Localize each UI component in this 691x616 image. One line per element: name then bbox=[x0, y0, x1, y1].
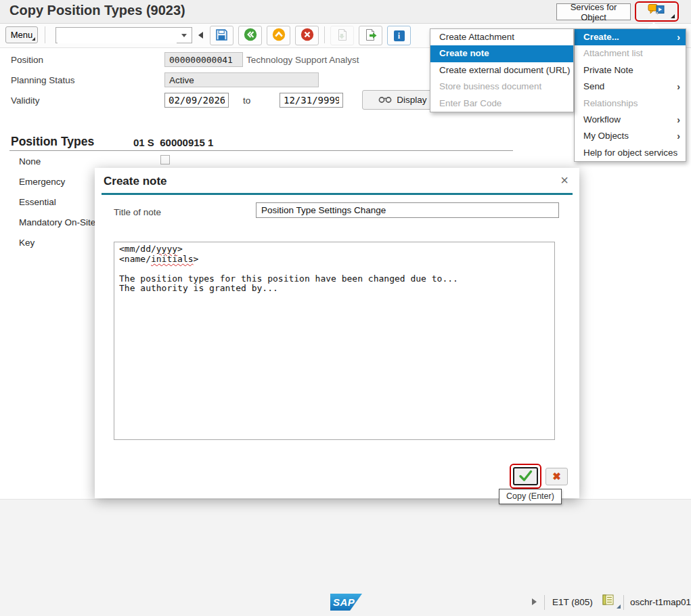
statusbar-host: oschr-t1map01 bbox=[630, 597, 691, 607]
services-for-object-button[interactable]: Services for Object bbox=[556, 3, 631, 20]
statusbar-expand-arrow-icon[interactable] bbox=[532, 598, 537, 605]
session-list-icon[interactable] bbox=[602, 594, 615, 609]
valid-to-input[interactable] bbox=[280, 93, 343, 108]
menu-item-help-for-object-services[interactable]: Help for object services bbox=[575, 145, 686, 161]
gos-services-menu: Create...›Attachment listPrivate NoteSen… bbox=[574, 28, 686, 162]
menu-item-attachment-list: Attachment list bbox=[575, 45, 686, 62]
menu-button-label: Menu bbox=[11, 30, 33, 40]
submenu-arrow-icon: › bbox=[677, 29, 680, 45]
export-icon bbox=[364, 28, 378, 43]
position-object-key: 01 S 60000915 1 bbox=[133, 137, 213, 148]
submenu-item-create-external-document-url[interactable]: Create external document (URL) bbox=[430, 62, 573, 79]
back-icon bbox=[244, 28, 257, 43]
position-type-checkbox-none[interactable] bbox=[160, 155, 170, 164]
print-button bbox=[330, 26, 354, 45]
services-for-object-icon bbox=[648, 3, 666, 20]
submenu-arrow-icon: › bbox=[677, 79, 680, 95]
menu-item-workflow[interactable]: Workflow› bbox=[575, 112, 686, 128]
menu-item-label: Create Attachment bbox=[439, 32, 514, 42]
planning-status-field: Active bbox=[164, 72, 319, 87]
submenu-item-create-note[interactable]: Create note bbox=[430, 45, 573, 62]
save-icon bbox=[215, 28, 228, 43]
chevron-down-icon[interactable] bbox=[181, 34, 187, 37]
menu-corner-triangle-icon bbox=[671, 14, 675, 18]
validity-label: Validity bbox=[11, 95, 40, 106]
page-title: Copy Position Types (9023) bbox=[9, 3, 185, 18]
save-button[interactable] bbox=[210, 26, 233, 45]
gos-create-submenu: Create AttachmentCreate noteCreate exter… bbox=[430, 28, 574, 112]
command-history-arrow-icon[interactable] bbox=[198, 32, 203, 39]
note-title-input[interactable] bbox=[256, 202, 559, 218]
position-type-label-essential: Essential bbox=[19, 197, 56, 207]
toolbar-separator bbox=[45, 26, 45, 43]
confirm-button-highlight-ring bbox=[510, 464, 541, 489]
menu-item-label: Create external document (URL) bbox=[439, 65, 571, 75]
submenu-item-store-business-document: Store business document bbox=[430, 79, 573, 95]
checkmark-icon bbox=[518, 469, 533, 484]
dialog-title-rule bbox=[102, 193, 573, 195]
statusbar-separator bbox=[544, 595, 545, 610]
menu-item-label: Attachment list bbox=[583, 48, 643, 58]
binoculars-icon bbox=[378, 95, 392, 106]
position-description: Technology Support Analyst bbox=[246, 55, 359, 65]
create-note-dialog: Create note × Title of note <mm/dd/yyyy>… bbox=[95, 168, 579, 498]
cancel-note-button[interactable]: ✖ bbox=[545, 468, 568, 485]
to-label: to bbox=[243, 95, 250, 106]
section-divider bbox=[9, 150, 513, 151]
cross-icon: ✖ bbox=[552, 470, 561, 482]
menu-item-label: Workflow bbox=[583, 114, 621, 125]
submenu-item-enter-bar-code: Enter Bar Code bbox=[430, 95, 573, 112]
exit-icon bbox=[272, 28, 286, 43]
position-type-label-emergency: Emergency bbox=[19, 177, 65, 187]
services-for-object-menu-button[interactable] bbox=[635, 1, 679, 22]
menu-item-label: My Objects bbox=[583, 131, 629, 141]
copy-enter-tooltip: Copy (Enter) bbox=[499, 489, 562, 504]
exit-button[interactable] bbox=[267, 26, 290, 45]
position-types-heading: Position Types bbox=[11, 135, 94, 149]
note-title-label: Title of note bbox=[114, 207, 161, 217]
copy-enter-button[interactable] bbox=[513, 467, 538, 485]
info-button[interactable]: i bbox=[387, 26, 411, 45]
menu-item-private-note[interactable]: Private Note bbox=[575, 62, 686, 79]
toolbar-separator bbox=[324, 26, 325, 43]
position-type-label-key: Key bbox=[19, 238, 35, 248]
position-label: Position bbox=[11, 55, 43, 65]
menu-callout-notch bbox=[648, 22, 660, 28]
note-textarea[interactable]: <mm/dd/yyyy><name/initials> The position… bbox=[114, 242, 555, 440]
menu-item-label: Help for object services bbox=[583, 148, 677, 158]
menu-item-my-objects[interactable]: My Objects› bbox=[575, 128, 686, 144]
menu-item-label: Send bbox=[583, 81, 604, 91]
submenu-arrow-icon: › bbox=[677, 112, 680, 128]
submenu-arrow-icon: › bbox=[677, 128, 680, 144]
display-button-label: Display bbox=[397, 95, 426, 105]
cancel-button[interactable] bbox=[295, 26, 319, 45]
position-type-label-none: None bbox=[19, 156, 41, 167]
command-field[interactable] bbox=[55, 27, 192, 43]
back-button[interactable] bbox=[238, 26, 262, 45]
position-field: 000000000041 bbox=[164, 52, 243, 67]
print-icon bbox=[336, 28, 349, 43]
close-icon[interactable]: × bbox=[560, 173, 569, 188]
valid-from-input[interactable] bbox=[164, 93, 229, 108]
submenu-item-create-attachment[interactable]: Create Attachment bbox=[430, 29, 573, 45]
menu-item-label: Store business document bbox=[439, 81, 541, 91]
planning-status-label: Planning Status bbox=[11, 75, 75, 85]
session-menu-triangle-icon[interactable] bbox=[617, 604, 621, 609]
menu-item-relationships: Relationships bbox=[575, 95, 686, 112]
export-button[interactable] bbox=[359, 26, 382, 45]
position-type-label-mandatory-on-site: Mandatory On-Site bbox=[19, 217, 95, 227]
command-input[interactable] bbox=[58, 28, 177, 43]
menu-item-label: Create note bbox=[439, 48, 489, 58]
menu-item-create[interactable]: Create...› bbox=[575, 29, 686, 45]
cancel-icon bbox=[300, 28, 314, 43]
menu-corner-triangle-icon bbox=[32, 37, 35, 41]
menu-item-send[interactable]: Send› bbox=[575, 79, 686, 95]
dialog-title: Create note bbox=[104, 175, 167, 188]
sap-webgui-window: Copy Position Types (9023) Services for … bbox=[0, 0, 691, 616]
menu-item-label: Create... bbox=[583, 32, 619, 42]
menu-button[interactable]: Menu bbox=[5, 26, 38, 43]
menu-item-label: Private Note bbox=[583, 65, 633, 75]
header-bar: Copy Position Types (9023) Services for … bbox=[0, 0, 691, 24]
statusbar-system: E1T (805) bbox=[552, 597, 593, 607]
menu-item-label: Relationships bbox=[583, 98, 638, 108]
